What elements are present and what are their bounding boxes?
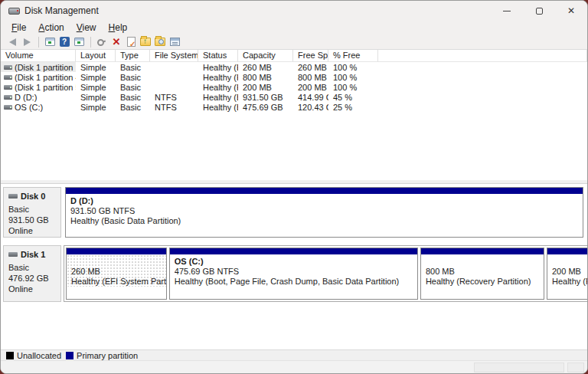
- volume-capacity: 475.69 GB: [238, 102, 293, 112]
- open-button[interactable]: [139, 35, 152, 49]
- table-row[interactable]: (Disk 1 partition 1) Simple Basic Health…: [1, 62, 587, 72]
- partition-title: OS (C:): [175, 257, 417, 267]
- forward-button[interactable]: [20, 35, 34, 49]
- disk-name: Disk 0: [21, 191, 45, 202]
- column-header-volume[interactable]: Volume: [1, 50, 76, 62]
- column-header-filler: [378, 50, 587, 62]
- forward-icon: [24, 38, 31, 46]
- explore-button[interactable]: [153, 35, 167, 49]
- volume-fs: [150, 72, 198, 82]
- column-header-type[interactable]: Type: [116, 50, 150, 62]
- primary-partition-stripe: [547, 248, 588, 254]
- partition-status: Healthy (Boot, Page File, Crash Dump, Ba…: [175, 277, 417, 287]
- column-header-file-system[interactable]: File System: [150, 50, 198, 62]
- volume-pct-free: 25 %: [328, 102, 378, 112]
- toolbar-separator: [90, 37, 91, 48]
- disk-0-label[interactable]: Disk 0 Basic 931.50 GB Online: [3, 187, 61, 238]
- console-window-icon: [45, 38, 55, 46]
- show-console-tree-button[interactable]: [43, 35, 57, 49]
- volume-pct-free: 100 %: [328, 62, 378, 72]
- check-disk-button[interactable]: [124, 35, 138, 49]
- volume-icon: [4, 75, 12, 80]
- volume-layout: Simple: [76, 72, 116, 82]
- status-panel: [474, 363, 564, 372]
- partition-size: 200 MB: [552, 267, 588, 277]
- partition-status: Healthy (Basic Data Partition): [70, 216, 583, 226]
- show-action-pane-button[interactable]: [72, 35, 86, 49]
- column-header-pct-free[interactable]: % Free: [328, 50, 378, 62]
- maximize-button[interactable]: [523, 1, 555, 21]
- tool-button[interactable]: [95, 35, 109, 49]
- column-header-status[interactable]: Status: [198, 50, 238, 62]
- column-header-layout[interactable]: Layout: [76, 50, 116, 62]
- volume-capacity: 200 MB: [238, 82, 293, 92]
- volume-fs: [150, 62, 198, 72]
- menu-help[interactable]: Help: [103, 21, 134, 34]
- partition-d[interactable]: D (D:) 931.50 GB NTFS Healthy (Basic Dat…: [65, 187, 583, 238]
- help-icon: [60, 37, 70, 47]
- disk-0-row: Disk 0 Basic 931.50 GB Online D (D:) 931…: [3, 187, 585, 238]
- table-row[interactable]: OS (C:) Simple Basic NTFS Healthy (B... …: [1, 102, 587, 112]
- close-button[interactable]: ✕: [555, 1, 587, 21]
- volume-layout: Simple: [76, 62, 116, 72]
- volume-fs: NTFS: [150, 92, 198, 102]
- volume-type: Basic: [116, 82, 150, 92]
- menu-action[interactable]: Action: [32, 21, 70, 34]
- folder-up-icon: [140, 38, 151, 46]
- volume-type: Basic: [116, 72, 150, 82]
- volume-icon: [4, 85, 12, 90]
- volume-name: OS (C:): [15, 103, 43, 112]
- volume-type: Basic: [116, 62, 150, 72]
- menu-file[interactable]: File: [5, 21, 32, 34]
- check-document-icon: [127, 37, 136, 47]
- partition-size: 931.50 GB NTFS: [70, 206, 583, 216]
- primary-partition-stripe: [66, 188, 583, 194]
- delete-volume-button[interactable]: ✕: [109, 35, 123, 49]
- volume-pct-free: 100 %: [328, 82, 378, 92]
- minimize-icon: [503, 11, 511, 11]
- volume-layout: Simple: [76, 92, 116, 102]
- disk-name: Disk 1: [21, 249, 45, 260]
- volume-name: D (D:): [15, 93, 37, 102]
- volume-icon: [4, 95, 12, 100]
- partition-title: [552, 257, 588, 267]
- minimize-button[interactable]: [491, 1, 523, 21]
- graphical-view: Disk 0 Basic 931.50 GB Online D (D:) 931…: [1, 183, 587, 349]
- partition-title: D (D:): [70, 196, 583, 206]
- volume-list-header: Volume Layout Type File System Status Ca…: [1, 50, 587, 62]
- menu-view[interactable]: View: [70, 21, 103, 34]
- volume-icon: [4, 105, 12, 110]
- table-row[interactable]: (Disk 1 partition 5) Simple Basic Health…: [1, 82, 587, 92]
- volume-free: 120.43 GB: [293, 102, 328, 112]
- table-row[interactable]: D (D:) Simple Basic NTFS Healthy (B... 9…: [1, 92, 587, 102]
- back-button[interactable]: [5, 35, 19, 49]
- partition-recovery-200[interactable]: 200 MB Healthy (Recovery Partition): [547, 248, 588, 300]
- table-row[interactable]: (Disk 1 partition 4) Simple Basic Health…: [1, 72, 587, 82]
- volume-layout: Simple: [76, 82, 116, 92]
- partition-efi[interactable]: 260 MB Healthy (EFI System Partition): [66, 248, 167, 300]
- status-bar: [1, 360, 587, 373]
- help-button[interactable]: [57, 35, 71, 49]
- partition-c[interactable]: OS (C:) 475.69 GB NTFS Healthy (Boot, Pa…: [169, 248, 418, 300]
- volume-status: Healthy (E...: [198, 62, 238, 72]
- disk-icon: [8, 194, 18, 198]
- partition-recovery-800[interactable]: 800 MB Healthy (Recovery Partition): [420, 248, 544, 300]
- properties-button[interactable]: [168, 35, 181, 49]
- toolbar: ✕: [1, 34, 587, 50]
- title-bar[interactable]: Disk Management ✕: [1, 1, 587, 21]
- menu-bar: File Action View Help: [1, 21, 587, 34]
- volume-capacity: 260 MB: [238, 62, 293, 72]
- legend-unallocated: Unallocated: [6, 351, 61, 360]
- column-header-free-space[interactable]: Free Sp...: [293, 50, 328, 62]
- disk-kind: Basic: [8, 262, 57, 273]
- volume-name: (Disk 1 partition 4): [15, 73, 76, 82]
- volume-capacity: 800 MB: [238, 72, 293, 82]
- volume-status: Healthy (B...: [198, 102, 238, 112]
- volume-list: Volume Layout Type File System Status Ca…: [1, 50, 587, 180]
- disk-1-partitions: 260 MB Healthy (EFI System Partition) OS…: [64, 245, 588, 302]
- partition-size: 475.69 GB NTFS: [175, 267, 417, 277]
- primary-partition-stripe: [67, 248, 166, 254]
- disk-management-window: Disk Management ✕ File Action View Help …: [0, 0, 588, 374]
- disk-1-label[interactable]: Disk 1 Basic 476.92 GB Online: [3, 245, 61, 302]
- column-header-capacity[interactable]: Capacity: [238, 50, 293, 62]
